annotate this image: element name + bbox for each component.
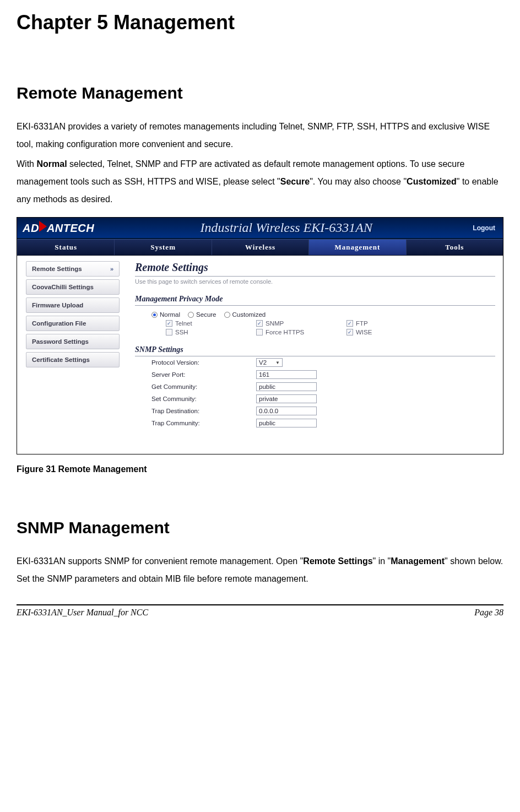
input-trap-destination[interactable]: 0.0.0.0 <box>256 407 317 415</box>
text: " in " <box>373 556 391 566</box>
text: EKI-6331AN supports SNMP for convenient … <box>17 556 303 566</box>
select-protocol-version[interactable]: V2▼ <box>256 358 283 367</box>
checkbox-label: Telnet <box>175 320 192 327</box>
label-server-port: Server Port: <box>151 371 256 378</box>
sidebar-item-configuration-file[interactable]: Configuration File <box>26 316 120 331</box>
bold-secure: Secure <box>280 177 310 186</box>
input-trap-community[interactable]: public <box>256 419 317 427</box>
checkbox-telnet[interactable]: ✓Telnet <box>166 320 226 327</box>
checkbox-label: WISE <box>356 329 372 335</box>
page-title: Remote Settings <box>135 261 495 277</box>
chevron-down-icon: ▼ <box>275 360 280 365</box>
sidebar-item-password-settings[interactable]: Password Settings <box>26 334 120 349</box>
checkbox-icon <box>256 329 263 335</box>
privacy-mode-header: Management Privacy Mode <box>135 295 495 306</box>
input-set-community[interactable]: private <box>256 394 317 403</box>
checkbox-wise[interactable]: ✓WISE <box>346 329 407 335</box>
radio-icon <box>224 312 230 318</box>
privacy-mode-radios: Normal Secure Customized <box>135 306 495 318</box>
checkbox-icon: ✓ <box>346 320 353 327</box>
checkbox-ftp[interactable]: ✓FTP <box>346 320 407 327</box>
label-protocol-version: Protocol Version: <box>151 359 256 366</box>
snmp-row-get-community: Get Community: public <box>135 381 495 393</box>
input-get-community[interactable]: public <box>256 382 317 391</box>
sidebar-label: Remote Settings <box>32 266 82 272</box>
options-row-2: SSH Force HTTPS ✓WISE <box>135 327 495 335</box>
chapter-title: Chapter 5 Management <box>17 11 503 34</box>
section-remote-management: Remote Management <box>17 84 503 102</box>
bold-customized: Customized <box>407 177 457 186</box>
paragraph: With Normal selected, Telnet, SNMP and F… <box>17 155 503 208</box>
snmp-row-trap-destination: Trap Destination: 0.0.0.0 <box>135 405 495 417</box>
sidebar-item-coovachilli[interactable]: CoovaChilli Settings <box>26 279 120 295</box>
paragraph: EKI-6331AN supports SNMP for convenient … <box>17 553 503 588</box>
page-subtitle: Use this page to switch services of remo… <box>135 278 495 285</box>
chevron-right-icon: » <box>110 266 113 272</box>
checkbox-label: SNMP <box>266 320 284 327</box>
sidebar-item-certificate-settings[interactable]: Certificate Settings <box>26 352 120 367</box>
checkbox-icon: ✓ <box>346 329 353 335</box>
snmp-row-port: Server Port: 161 <box>135 369 495 381</box>
label-set-community: Set Community: <box>151 396 256 402</box>
app-header: ADANTECH Industrial Wireless EKI-6331AN … <box>17 218 503 239</box>
section-snmp-management: SNMP Management <box>17 518 503 537</box>
label-trap-community: Trap Community: <box>151 420 256 426</box>
tab-wireless[interactable]: Wireless <box>212 240 308 255</box>
radio-icon <box>188 312 194 318</box>
tab-status[interactable]: Status <box>17 240 114 255</box>
radio-label: Secure <box>196 311 216 318</box>
radio-normal[interactable]: Normal <box>151 311 180 318</box>
bold-remote-settings: Remote Settings <box>303 556 372 566</box>
banner-title: Industrial Wireless EKI-6331AN <box>100 218 473 238</box>
logo-triangle-icon <box>39 221 47 232</box>
bold-normal: Normal <box>36 159 67 169</box>
brand-logo: ADANTECH <box>17 218 100 238</box>
snmp-row-protocol: Protocol Version: V2▼ <box>135 356 495 369</box>
tab-management[interactable]: Management <box>308 240 405 255</box>
checkbox-snmp[interactable]: ✓SNMP <box>256 320 317 327</box>
paragraph: EKI-6331AN provides a variety of remotes… <box>17 118 503 153</box>
main-nav: Status System Wireless Management Tools <box>17 239 503 256</box>
snmp-settings-header: SNMP Settings <box>135 345 495 356</box>
options-row-1: ✓Telnet ✓SNMP ✓FTP <box>135 318 495 327</box>
footer-page-number: Page 38 <box>474 608 503 618</box>
radio-secure[interactable]: Secure <box>188 311 216 318</box>
screenshot-remote-settings: ADANTECH Industrial Wireless EKI-6331AN … <box>17 217 503 454</box>
text: ". You may also choose " <box>310 177 407 186</box>
label-trap-destination: Trap Destination: <box>151 408 256 414</box>
text: With <box>17 159 36 169</box>
radio-icon <box>151 312 158 318</box>
checkbox-force-https[interactable]: Force HTTPS <box>256 329 317 335</box>
content-panel: Remote Settings Use this page to switch … <box>127 256 503 454</box>
checkbox-label: FTP <box>356 320 368 327</box>
label-get-community: Get Community: <box>151 383 256 390</box>
select-value: V2 <box>259 359 267 366</box>
brand-text: ADANTECH <box>23 221 94 235</box>
radio-customized[interactable]: Customized <box>224 311 266 318</box>
checkbox-icon: ✓ <box>256 320 263 327</box>
radio-label: Customized <box>232 311 266 318</box>
checkbox-icon <box>166 329 172 335</box>
checkbox-icon: ✓ <box>166 320 172 327</box>
page-footer: EKI-6331AN_User Manual_for NCC Page 38 <box>17 605 503 622</box>
snmp-row-set-community: Set Community: private <box>135 393 495 405</box>
sidebar-item-firmware-upload[interactable]: Firmware Upload <box>26 297 120 313</box>
logout-link[interactable]: Logout <box>473 218 503 238</box>
snmp-row-trap-community: Trap Community: public <box>135 417 495 429</box>
radio-label: Normal <box>160 311 180 318</box>
bold-management: Management <box>391 556 445 566</box>
footer-doc-title: EKI-6331AN_User Manual_for NCC <box>17 608 148 618</box>
figure-caption: Figure 31 Remote Management <box>17 464 503 474</box>
sidebar: Remote Settings» CoovaChilli Settings Fi… <box>17 256 127 454</box>
input-server-port[interactable]: 161 <box>256 370 317 379</box>
tab-system[interactable]: System <box>114 240 211 255</box>
tab-tools[interactable]: Tools <box>406 240 503 255</box>
checkbox-label: SSH <box>175 329 188 335</box>
checkbox-ssh[interactable]: SSH <box>166 329 226 335</box>
sidebar-item-remote-settings[interactable]: Remote Settings» <box>26 261 120 277</box>
checkbox-label: Force HTTPS <box>266 329 304 335</box>
